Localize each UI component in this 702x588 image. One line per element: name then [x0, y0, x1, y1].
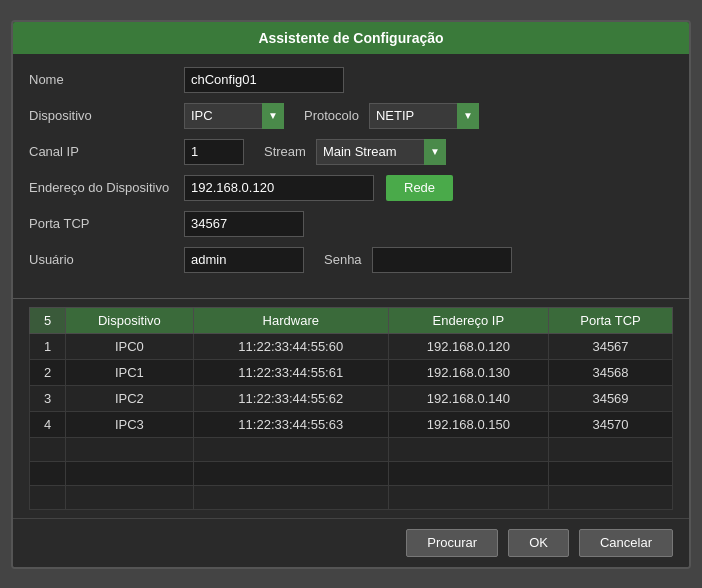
ok-button[interactable]: OK: [508, 529, 569, 557]
senha-input[interactable]: [372, 247, 512, 273]
cell-endereco-ip: 192.168.0.150: [388, 411, 548, 437]
stream-select[interactable]: Main Stream Sub Stream: [316, 139, 446, 165]
canal-ip-label: Canal IP: [29, 144, 184, 159]
dispositivo-select-wrapper: IPC DVR NVR ▼: [184, 103, 284, 129]
cell-hardware: 11:22:33:44:55:61: [193, 359, 388, 385]
protocolo-select[interactable]: NETIP ONVIF RTSP: [369, 103, 479, 129]
config-dialog: Assistente de Configuração Nome Disposit…: [11, 20, 691, 569]
nome-input[interactable]: [184, 67, 344, 93]
cell-dispositivo: IPC2: [66, 385, 194, 411]
col-endereco-ip: Endereço IP: [388, 307, 548, 333]
canal-ip-input[interactable]: [184, 139, 244, 165]
dispositivo-select[interactable]: IPC DVR NVR: [184, 103, 284, 129]
protocolo-select-wrapper: NETIP ONVIF RTSP ▼: [369, 103, 479, 129]
cell-num: 3: [30, 385, 66, 411]
cell-endereco-ip: 192.168.0.130: [388, 359, 548, 385]
cell-porta-tcp: 34568: [549, 359, 673, 385]
device-table: 5 Dispositivo Hardware Endereço IP Porta…: [29, 307, 673, 510]
endereco-input[interactable]: [184, 175, 374, 201]
col-hardware: Hardware: [193, 307, 388, 333]
table-row[interactable]: 3 IPC2 11:22:33:44:55:62 192.168.0.140 3…: [30, 385, 673, 411]
col-dispositivo: Dispositivo: [66, 307, 194, 333]
porta-tcp-row: Porta TCP: [29, 210, 673, 238]
cell-num: 1: [30, 333, 66, 359]
cell-num: 2: [30, 359, 66, 385]
cell-hardware: 11:22:33:44:55:63: [193, 411, 388, 437]
porta-tcp-input[interactable]: [184, 211, 304, 237]
col-num: 5: [30, 307, 66, 333]
cell-hardware: 11:22:33:44:55:62: [193, 385, 388, 411]
cell-dispositivo: IPC0: [66, 333, 194, 359]
table-row[interactable]: 4 IPC3 11:22:33:44:55:63 192.168.0.150 3…: [30, 411, 673, 437]
porta-tcp-label: Porta TCP: [29, 216, 184, 231]
stream-label: Stream: [264, 144, 306, 159]
nome-label: Nome: [29, 72, 184, 87]
bottom-bar: Procurar OK Cancelar: [13, 518, 689, 567]
senha-label: Senha: [324, 252, 362, 267]
usuario-label: Usuário: [29, 252, 184, 267]
cell-endereco-ip: 192.168.0.120: [388, 333, 548, 359]
procurar-button[interactable]: Procurar: [406, 529, 498, 557]
cell-num: 4: [30, 411, 66, 437]
cell-porta-tcp: 34567: [549, 333, 673, 359]
usuario-row: Usuário Senha: [29, 246, 673, 274]
table-row[interactable]: 2 IPC1 11:22:33:44:55:61 192.168.0.130 3…: [30, 359, 673, 385]
cell-dispositivo: IPC3: [66, 411, 194, 437]
dispositivo-row: Dispositivo IPC DVR NVR ▼ Protocolo NETI…: [29, 102, 673, 130]
dialog-title: Assistente de Configuração: [13, 22, 689, 54]
cancelar-button[interactable]: Cancelar: [579, 529, 673, 557]
cell-dispositivo: IPC1: [66, 359, 194, 385]
stream-select-wrapper: Main Stream Sub Stream ▼: [316, 139, 446, 165]
endereco-label: Endereço do Dispositivo: [29, 180, 184, 195]
table-row-empty: [30, 461, 673, 485]
table-header-row: 5 Dispositivo Hardware Endereço IP Porta…: [30, 307, 673, 333]
usuario-input[interactable]: [184, 247, 304, 273]
cell-hardware: 11:22:33:44:55:60: [193, 333, 388, 359]
protocolo-label: Protocolo: [304, 108, 359, 123]
cell-porta-tcp: 34570: [549, 411, 673, 437]
device-table-area: 5 Dispositivo Hardware Endereço IP Porta…: [13, 307, 689, 518]
form-area: Nome Dispositivo IPC DVR NVR ▼ Protocolo…: [13, 54, 689, 290]
dispositivo-label: Dispositivo: [29, 108, 184, 123]
col-porta-tcp: Porta TCP: [549, 307, 673, 333]
cell-porta-tcp: 34569: [549, 385, 673, 411]
table-row[interactable]: 1 IPC0 11:22:33:44:55:60 192.168.0.120 3…: [30, 333, 673, 359]
canal-ip-row: Canal IP Stream Main Stream Sub Stream ▼: [29, 138, 673, 166]
nome-row: Nome: [29, 66, 673, 94]
endereco-row: Endereço do Dispositivo Rede: [29, 174, 673, 202]
table-row-empty: [30, 437, 673, 461]
table-row-empty: [30, 485, 673, 509]
cell-endereco-ip: 192.168.0.140: [388, 385, 548, 411]
rede-button[interactable]: Rede: [386, 175, 453, 201]
